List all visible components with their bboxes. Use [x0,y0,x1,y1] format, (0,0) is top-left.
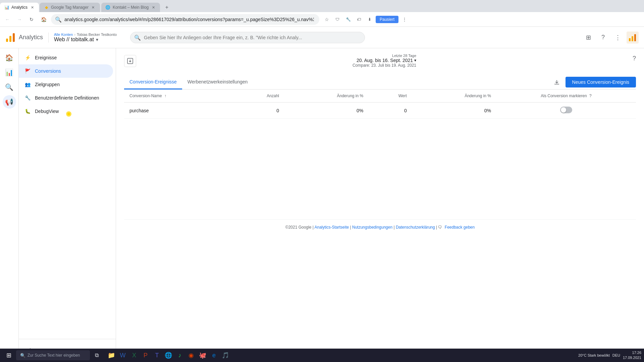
sort-icon: ↑ [164,94,166,98]
breadcrumb-account: Tobias Becker Testkonto [77,33,117,37]
browser-chrome: 📊 Analytics ✕ ◆ Google Tag Manager ✕ 🌐 K… [0,0,644,27]
taskbar-spotify[interactable]: ♪ [174,350,185,361]
taskbar-word[interactable]: W [117,350,128,361]
svg-rect-5 [634,34,636,41]
start-button[interactable]: ⊞ [3,349,15,361]
header-search-input[interactable] [130,32,365,43]
col-header-als-conversion: Als Conversion markieren ? [496,89,636,103]
forward-button[interactable]: → [15,15,24,24]
back-button[interactable]: ← [3,15,12,24]
import-button[interactable] [124,55,136,67]
new-conversion-event-button[interactable]: Neues Conversion-Ereignis [566,77,636,87]
content-header: Letzte 28 Tage 20. Aug. bis 16. Sept. 20… [116,48,644,75]
col-aenderung-wert-label: Änderung in % [465,94,491,98]
analytics-account-icon[interactable] [627,32,639,44]
apps-grid-icon[interactable]: ⊞ [582,32,594,44]
sidebar: ⚡ Ereignisse 🚩 Conversions 👥 Zielgruppen… [19,48,116,362]
taskbar-time: 17:26 17.09.2021 [623,350,641,361]
nav-icon-reports[interactable]: 📊 [3,66,16,79]
tab-favicon-kontakt: 🌐 [105,5,111,10]
profile-button[interactable]: Pausiert [376,16,398,23]
bookmark-icon[interactable]: ☆ [322,15,331,24]
app-header: Analytics Alle Konten › Tobias Becker Te… [0,27,644,48]
taskbar-search-icon: 🔍 [20,353,25,358]
tab-favicon-analytics: 📊 [4,5,9,10]
svg-rect-3 [629,38,631,41]
download-button[interactable] [551,76,563,88]
property-selector[interactable]: Web // tobitalk.at ▾ [54,37,117,43]
footer-link-feedback[interactable]: Feedback geben [445,225,475,230]
extension-icon-3[interactable]: 🏷 [354,15,364,24]
tab-conversion-ereignisse[interactable]: Conversion-Ereignisse [124,75,182,89]
more-options-icon[interactable]: ⋮ [400,15,409,24]
sidebar-item-debugview[interactable]: 🐛 DebugView [19,105,113,118]
header-actions: ⊞ ? ⋮ [582,32,639,44]
taskbar-date-value: 17.09.2021 [623,355,641,360]
cell-als-conversion [496,103,636,119]
toggle-thumb [561,107,566,113]
tab-analytics[interactable]: 📊 Analytics ✕ [0,3,39,12]
svg-rect-4 [632,36,633,41]
col-anzahl-label: Anzahl [267,94,279,98]
url-search-icon: 🔍 [55,16,62,22]
extension-icon-4[interactable]: ⬇ [365,15,374,24]
col-name-label: Conversion-Name [129,94,162,98]
col-aenderung-anzahl-label: Änderung in % [337,94,363,98]
tab-close-kontakt[interactable]: ✕ [151,5,156,10]
col-help-icon[interactable]: ? [589,94,592,98]
url-input[interactable] [51,14,319,25]
taskbar-teams[interactable]: T [152,350,162,361]
page-footer: ©2021 Google | Analytics-Startseite | Nu… [124,219,636,235]
col-header-name[interactable]: Conversion-Name ↑ [124,89,232,103]
help-icon[interactable]: ? [597,32,609,44]
sidebar-item-label-zielgruppen: Zielgruppen [35,82,60,87]
nav-icon-home[interactable]: 🏠 [3,51,16,64]
extension-icon-2[interactable]: 🔧 [343,15,353,24]
col-header-aenderung-wert: Änderung in % [412,89,496,103]
footer-link-nutzung[interactable]: Nutzungsbedingungen [352,225,392,230]
taskbar-chrome[interactable]: 🌐 [163,350,174,361]
tab-werbenetzwerk[interactable]: Werbenetzwerkeinstellungen [182,75,253,89]
taskbar-music[interactable]: 🎵 [220,350,231,361]
svg-rect-2 [13,33,15,42]
nav-icon-advertising[interactable]: 📢 [3,95,16,109]
analytics-logo-icon [5,33,15,43]
taskbar-search[interactable]: 🔍 Zur Suche Text hier eingeben [16,350,90,360]
tab-werbenetzwerk-label: Werbenetzwerkeinstellungen [187,79,248,84]
content-area: Letzte 28 Tage 20. Aug. bis 16. Sept. 20… [116,48,644,362]
sidebar-item-ereignisse[interactable]: ⚡ Ereignisse [19,51,113,64]
tab-kontakt[interactable]: 🌐 Kontakt – Mein Blog ✕ [101,3,160,12]
home-button[interactable]: 🏠 [39,15,48,24]
toggle-switch[interactable] [560,107,572,113]
new-tab-button[interactable]: + [162,3,171,12]
taskbar-explorer[interactable]: 📁 [106,350,117,361]
tab-title-analytics: Analytics [11,5,28,10]
taskbar-edge[interactable]: e [209,350,219,361]
taskbar-excel[interactable]: X [129,350,140,361]
taskbar-office[interactable]: ◉ [186,350,197,361]
extension-icon-1[interactable]: 🛡 [333,15,342,24]
sidebar-item-conversions[interactable]: 🚩 Conversions [19,64,113,78]
footer-link-startseite[interactable]: Analytics-Startseite [315,225,349,230]
property-name: Web // tobitalk.at [54,37,94,43]
footer-link-datenschutz[interactable]: Datenschutzerklärung [396,225,435,230]
tab-close-analytics[interactable]: ✕ [30,5,35,10]
header-search-icon: 🔍 [134,34,141,41]
date-compare-text: Compare: 23. Juli bis 19. Aug. 2021 [353,63,416,68]
tab-close-tagmanager[interactable]: ✕ [91,5,96,10]
taskbar-git[interactable]: 🐙 [197,350,208,361]
taskbar-powerpoint[interactable]: P [140,350,151,361]
more-vertical-icon[interactable]: ⋮ [612,32,624,44]
nav-icon-explore[interactable]: 🔍 [3,80,16,94]
taskbar-task-view[interactable]: ⧉ [91,350,102,361]
sidebar-nav: ⚡ Ereignisse 🚩 Conversions 👥 Zielgruppen… [19,48,116,339]
tab-tag-manager[interactable]: ◆ Google Tag Manager ✕ [40,3,100,12]
taskbar: ⊞ 🔍 Zur Suche Text hier eingeben ⧉ 📁 W X… [0,349,644,362]
date-help-icon[interactable]: ? [633,55,636,62]
sidebar-item-benutzerdefinierte[interactable]: 🔧 Benutzerdefinierte Definitionen [19,91,113,105]
breadcrumb-root[interactable]: Alle Konten [54,33,73,37]
sidebar-item-zielgruppen[interactable]: 👥 Zielgruppen [19,78,113,91]
date-range-value[interactable]: 20. Aug. bis 16. Sept. 2021 ▾ [353,58,416,63]
reload-button[interactable]: ↻ [27,15,36,24]
import-icon [127,58,133,64]
